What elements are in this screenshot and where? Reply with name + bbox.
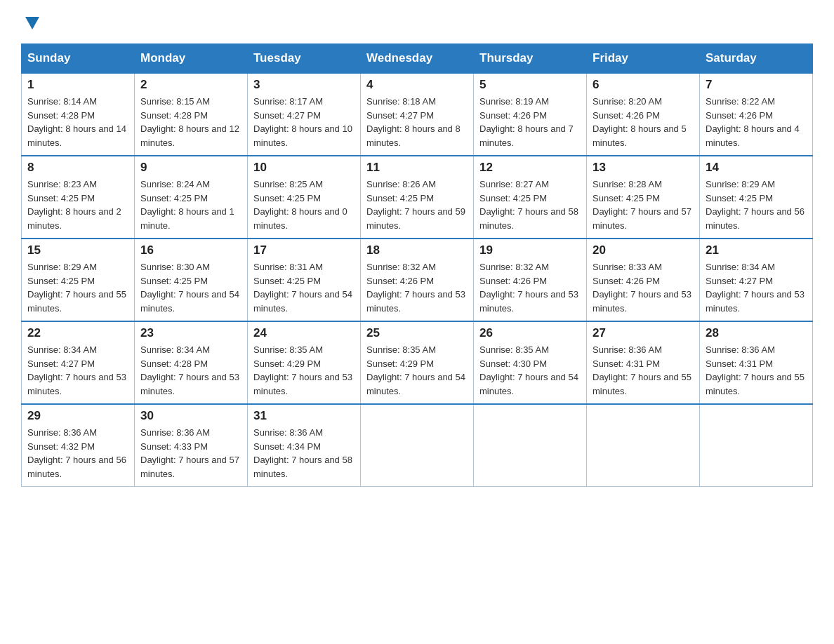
day-info: Sunrise: 8:25 AMSunset: 4:25 PMDaylight:… — [253, 177, 355, 232]
calendar-cell: 22Sunrise: 8:34 AMSunset: 4:27 PMDayligh… — [22, 321, 135, 404]
weekday-header-friday: Friday — [587, 44, 700, 74]
day-info: Sunrise: 8:22 AMSunset: 4:26 PMDaylight:… — [706, 95, 807, 149]
day-number: 17 — [253, 243, 355, 257]
day-number: 10 — [253, 161, 355, 175]
day-info: Sunrise: 8:17 AMSunset: 4:27 PMDaylight:… — [253, 95, 355, 149]
calendar-cell: 20Sunrise: 8:33 AMSunset: 4:26 PMDayligh… — [587, 239, 700, 321]
day-number: 18 — [366, 243, 468, 257]
calendar-cell: 6Sunrise: 8:20 AMSunset: 4:26 PMDaylight… — [587, 73, 700, 156]
day-info: Sunrise: 8:35 AMSunset: 4:29 PMDaylight:… — [366, 343, 468, 398]
day-info: Sunrise: 8:35 AMSunset: 4:29 PMDaylight:… — [253, 343, 355, 398]
calendar-cell — [587, 404, 700, 487]
calendar-cell: 16Sunrise: 8:30 AMSunset: 4:25 PMDayligh… — [135, 239, 248, 321]
weekday-header-wednesday: Wednesday — [361, 44, 474, 74]
day-number: 9 — [140, 161, 241, 175]
day-number: 31 — [253, 409, 355, 423]
day-info: Sunrise: 8:26 AMSunset: 4:25 PMDaylight:… — [366, 177, 468, 232]
logo — [21, 14, 42, 29]
day-info: Sunrise: 8:32 AMSunset: 4:26 PMDaylight:… — [479, 260, 581, 315]
calendar-cell: 25Sunrise: 8:35 AMSunset: 4:29 PMDayligh… — [361, 321, 474, 404]
calendar-cell: 7Sunrise: 8:22 AMSunset: 4:26 PMDaylight… — [700, 73, 813, 156]
calendar-cell: 9Sunrise: 8:24 AMSunset: 4:25 PMDaylight… — [135, 156, 248, 239]
calendar-cell: 27Sunrise: 8:36 AMSunset: 4:31 PMDayligh… — [587, 321, 700, 404]
day-number: 14 — [706, 161, 807, 175]
page-header — [21, 14, 813, 29]
weekday-header-monday: Monday — [135, 44, 248, 74]
day-info: Sunrise: 8:36 AMSunset: 4:34 PMDaylight:… — [253, 426, 355, 481]
day-info: Sunrise: 8:28 AMSunset: 4:25 PMDaylight:… — [593, 177, 694, 232]
calendar-cell: 11Sunrise: 8:26 AMSunset: 4:25 PMDayligh… — [361, 156, 474, 239]
day-number: 6 — [593, 78, 694, 92]
day-info: Sunrise: 8:33 AMSunset: 4:26 PMDaylight:… — [593, 260, 694, 315]
day-info: Sunrise: 8:19 AMSunset: 4:26 PMDaylight:… — [479, 95, 581, 149]
day-number: 15 — [27, 243, 128, 257]
day-number: 2 — [140, 78, 241, 92]
calendar-cell: 29Sunrise: 8:36 AMSunset: 4:32 PMDayligh… — [22, 404, 135, 487]
weekday-header-row: SundayMondayTuesdayWednesdayThursdayFrid… — [22, 44, 813, 74]
day-number: 20 — [593, 243, 694, 257]
day-number: 3 — [253, 78, 355, 92]
day-info: Sunrise: 8:31 AMSunset: 4:25 PMDaylight:… — [253, 260, 355, 315]
day-number: 11 — [366, 161, 468, 175]
day-info: Sunrise: 8:29 AMSunset: 4:25 PMDaylight:… — [27, 260, 128, 315]
day-number: 13 — [593, 161, 694, 175]
calendar-week-row: 1Sunrise: 8:14 AMSunset: 4:28 PMDaylight… — [22, 73, 813, 156]
day-info: Sunrise: 8:15 AMSunset: 4:28 PMDaylight:… — [140, 95, 241, 149]
day-info: Sunrise: 8:36 AMSunset: 4:31 PMDaylight:… — [593, 343, 694, 398]
day-info: Sunrise: 8:35 AMSunset: 4:30 PMDaylight:… — [479, 343, 581, 398]
calendar-cell: 5Sunrise: 8:19 AMSunset: 4:26 PMDaylight… — [474, 73, 587, 156]
calendar-week-row: 8Sunrise: 8:23 AMSunset: 4:25 PMDaylight… — [22, 156, 813, 239]
day-info: Sunrise: 8:36 AMSunset: 4:33 PMDaylight:… — [140, 426, 241, 481]
calendar-cell: 8Sunrise: 8:23 AMSunset: 4:25 PMDaylight… — [22, 156, 135, 239]
weekday-header-saturday: Saturday — [700, 44, 813, 74]
day-number: 22 — [27, 326, 128, 340]
day-info: Sunrise: 8:23 AMSunset: 4:25 PMDaylight:… — [27, 177, 128, 232]
day-info: Sunrise: 8:20 AMSunset: 4:26 PMDaylight:… — [593, 95, 694, 149]
calendar-cell: 2Sunrise: 8:15 AMSunset: 4:28 PMDaylight… — [135, 73, 248, 156]
calendar-cell: 18Sunrise: 8:32 AMSunset: 4:26 PMDayligh… — [361, 239, 474, 321]
calendar-table: SundayMondayTuesdayWednesdayThursdayFrid… — [21, 43, 813, 487]
calendar-cell: 1Sunrise: 8:14 AMSunset: 4:28 PMDaylight… — [22, 73, 135, 156]
day-number: 8 — [27, 161, 128, 175]
calendar-cell — [361, 404, 474, 487]
day-number: 5 — [479, 78, 581, 92]
day-number: 24 — [253, 326, 355, 340]
calendar-cell: 17Sunrise: 8:31 AMSunset: 4:25 PMDayligh… — [248, 239, 361, 321]
day-info: Sunrise: 8:32 AMSunset: 4:26 PMDaylight:… — [366, 260, 468, 315]
calendar-cell: 14Sunrise: 8:29 AMSunset: 4:25 PMDayligh… — [700, 156, 813, 239]
day-info: Sunrise: 8:34 AMSunset: 4:27 PMDaylight:… — [27, 343, 128, 398]
day-info: Sunrise: 8:34 AMSunset: 4:27 PMDaylight:… — [706, 260, 807, 315]
day-number: 25 — [366, 326, 468, 340]
svg-marker-0 — [25, 17, 39, 29]
calendar-cell: 23Sunrise: 8:34 AMSunset: 4:28 PMDayligh… — [135, 321, 248, 404]
weekday-header-thursday: Thursday — [474, 44, 587, 74]
calendar-cell: 10Sunrise: 8:25 AMSunset: 4:25 PMDayligh… — [248, 156, 361, 239]
calendar-cell: 30Sunrise: 8:36 AMSunset: 4:33 PMDayligh… — [135, 404, 248, 487]
day-info: Sunrise: 8:36 AMSunset: 4:32 PMDaylight:… — [27, 426, 128, 481]
calendar-cell: 31Sunrise: 8:36 AMSunset: 4:34 PMDayligh… — [248, 404, 361, 487]
day-info: Sunrise: 8:14 AMSunset: 4:28 PMDaylight:… — [27, 95, 128, 149]
calendar-cell: 3Sunrise: 8:17 AMSunset: 4:27 PMDaylight… — [248, 73, 361, 156]
calendar-cell: 4Sunrise: 8:18 AMSunset: 4:27 PMDaylight… — [361, 73, 474, 156]
day-info: Sunrise: 8:24 AMSunset: 4:25 PMDaylight:… — [140, 177, 241, 232]
calendar-week-row: 15Sunrise: 8:29 AMSunset: 4:25 PMDayligh… — [22, 239, 813, 321]
day-info: Sunrise: 8:30 AMSunset: 4:25 PMDaylight:… — [140, 260, 241, 315]
logo-triangle-icon — [22, 14, 42, 34]
day-number: 21 — [706, 243, 807, 257]
weekday-header-sunday: Sunday — [22, 44, 135, 74]
weekday-header-tuesday: Tuesday — [248, 44, 361, 74]
calendar-cell: 28Sunrise: 8:36 AMSunset: 4:31 PMDayligh… — [700, 321, 813, 404]
calendar-cell — [474, 404, 587, 487]
calendar-week-row: 29Sunrise: 8:36 AMSunset: 4:32 PMDayligh… — [22, 404, 813, 487]
calendar-cell: 26Sunrise: 8:35 AMSunset: 4:30 PMDayligh… — [474, 321, 587, 404]
day-info: Sunrise: 8:29 AMSunset: 4:25 PMDaylight:… — [706, 177, 807, 232]
calendar-cell — [700, 404, 813, 487]
day-number: 19 — [479, 243, 581, 257]
day-number: 7 — [706, 78, 807, 92]
day-number: 30 — [140, 409, 241, 423]
day-number: 27 — [593, 326, 694, 340]
calendar-week-row: 22Sunrise: 8:34 AMSunset: 4:27 PMDayligh… — [22, 321, 813, 404]
calendar-cell: 13Sunrise: 8:28 AMSunset: 4:25 PMDayligh… — [587, 156, 700, 239]
day-number: 23 — [140, 326, 241, 340]
day-info: Sunrise: 8:18 AMSunset: 4:27 PMDaylight:… — [366, 95, 468, 149]
